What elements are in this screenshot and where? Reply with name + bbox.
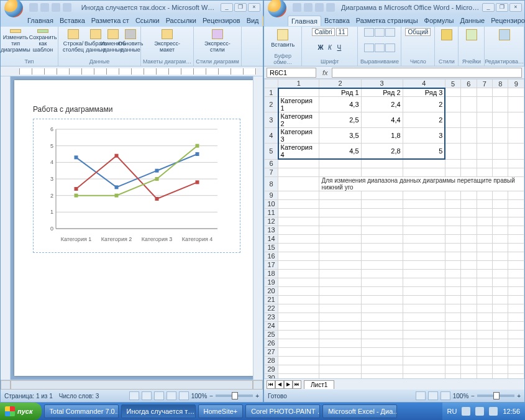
system-tray[interactable]: RU 12:56 xyxy=(442,403,525,420)
row-header[interactable]: 12 xyxy=(265,217,278,226)
sheet-nav-last[interactable]: ⏭ xyxy=(293,380,301,389)
cell[interactable] xyxy=(477,304,492,313)
view-outline[interactable] xyxy=(167,391,176,400)
cell[interactable] xyxy=(319,295,361,304)
cell[interactable]: Категория 4 xyxy=(278,144,319,160)
tab-data[interactable]: Данные xyxy=(457,16,488,25)
cell[interactable] xyxy=(493,243,508,252)
cell[interactable] xyxy=(477,278,492,286)
cell[interactable] xyxy=(278,304,319,313)
row-header[interactable]: 5 xyxy=(265,144,278,160)
styles-button[interactable] xyxy=(439,28,455,53)
tab-page-layout[interactable]: Разметка страницы xyxy=(353,16,421,25)
cell[interactable] xyxy=(493,373,508,378)
cell[interactable] xyxy=(445,97,460,112)
cell[interactable] xyxy=(508,321,524,330)
cell[interactable]: 2,5 xyxy=(319,112,361,128)
cell[interactable] xyxy=(319,321,361,330)
cell[interactable]: 4,3 xyxy=(319,97,361,112)
cell[interactable] xyxy=(493,321,508,330)
col-header[interactable]: 2 xyxy=(319,80,361,88)
sheet-nav-first[interactable]: ⏮ xyxy=(267,380,275,389)
cell[interactable] xyxy=(477,144,492,160)
cell[interactable] xyxy=(508,112,524,128)
tab-review[interactable]: Рецензирование xyxy=(488,16,525,25)
save-template-button[interactable]: Сохранить как шаблон xyxy=(30,28,56,53)
row-header[interactable]: 14 xyxy=(265,234,278,243)
cell[interactable] xyxy=(493,313,508,321)
row-header[interactable]: 11 xyxy=(265,208,278,217)
cell[interactable] xyxy=(319,286,361,295)
cell[interactable] xyxy=(508,208,524,217)
cell[interactable] xyxy=(508,252,524,260)
cell[interactable] xyxy=(278,321,319,330)
tray-icon[interactable] xyxy=(475,407,484,416)
taskbar-btn-1[interactable]: Иногда случается т… xyxy=(121,404,196,418)
cell[interactable] xyxy=(278,226,319,234)
cell[interactable] xyxy=(445,199,460,208)
cell[interactable] xyxy=(445,88,460,97)
cell[interactable] xyxy=(278,159,319,168)
cell[interactable] xyxy=(403,313,445,321)
row-header[interactable]: 20 xyxy=(265,286,278,295)
view-normal[interactable] xyxy=(416,391,426,400)
cell[interactable] xyxy=(278,260,319,269)
cell[interactable] xyxy=(461,339,477,347)
cell[interactable] xyxy=(403,226,445,234)
cell[interactable] xyxy=(508,88,524,97)
cell[interactable] xyxy=(493,252,508,260)
cell[interactable] xyxy=(361,226,403,234)
tab-view[interactable]: Вид xyxy=(244,16,262,25)
cell[interactable] xyxy=(508,313,524,321)
row-header[interactable]: 18 xyxy=(265,269,278,278)
cell[interactable] xyxy=(361,252,403,260)
cell[interactable] xyxy=(278,356,319,365)
cell[interactable] xyxy=(319,373,361,378)
cell[interactable] xyxy=(508,304,524,313)
cell[interactable] xyxy=(278,330,319,339)
cell[interactable] xyxy=(477,347,492,356)
cell[interactable] xyxy=(445,347,460,356)
cell[interactable] xyxy=(403,252,445,260)
cell[interactable] xyxy=(319,217,361,226)
taskbar-btn-3[interactable]: Corel PHOTO-PAINT … xyxy=(245,404,320,418)
row-header[interactable]: 7 xyxy=(265,168,278,176)
cell[interactable] xyxy=(493,97,508,112)
cell[interactable] xyxy=(445,373,460,378)
sheet-tab[interactable]: Лист1 xyxy=(304,380,334,389)
cell[interactable] xyxy=(445,128,460,144)
align-middle[interactable] xyxy=(375,43,385,52)
cell[interactable] xyxy=(319,339,361,347)
tab-insert[interactable]: Вставка xyxy=(57,16,88,25)
formula-bar[interactable] xyxy=(332,68,522,78)
cell[interactable] xyxy=(477,159,492,168)
cell[interactable] xyxy=(477,260,492,269)
cell[interactable] xyxy=(403,365,445,373)
cell[interactable] xyxy=(493,217,508,226)
cell[interactable] xyxy=(319,199,361,208)
cell[interactable] xyxy=(461,313,477,321)
font-size-combo[interactable]: 11 xyxy=(336,28,348,36)
cell[interactable] xyxy=(361,356,403,365)
cell[interactable] xyxy=(477,226,492,234)
cell[interactable] xyxy=(445,234,460,243)
cell[interactable] xyxy=(477,295,492,304)
cell[interactable] xyxy=(493,347,508,356)
cell[interactable] xyxy=(361,295,403,304)
cell[interactable] xyxy=(319,234,361,243)
cell[interactable] xyxy=(278,199,319,208)
cell[interactable] xyxy=(445,313,460,321)
cell[interactable] xyxy=(508,191,524,199)
tab-home[interactable]: Главная xyxy=(24,16,57,25)
cell[interactable] xyxy=(278,339,319,347)
cell[interactable] xyxy=(445,226,460,234)
view-page-break[interactable] xyxy=(441,391,450,400)
row-header[interactable]: 13 xyxy=(265,226,278,234)
cell[interactable] xyxy=(278,347,319,356)
row-header[interactable]: 10 xyxy=(265,199,278,208)
close-button[interactable]: × xyxy=(248,3,260,12)
row-header[interactable]: 28 xyxy=(265,356,278,365)
cell[interactable] xyxy=(461,347,477,356)
cell[interactable] xyxy=(445,365,460,373)
fx-icon[interactable]: fx xyxy=(322,69,328,76)
